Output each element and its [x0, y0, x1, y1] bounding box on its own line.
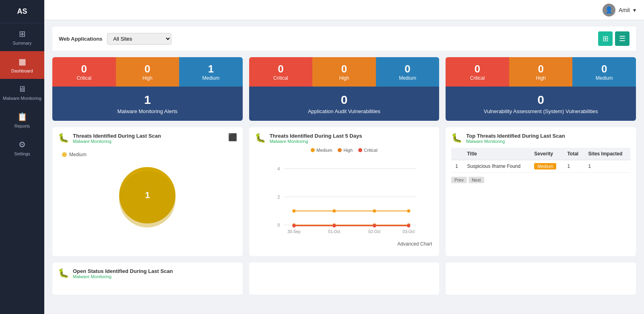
legend-dot-medium [62, 152, 67, 157]
summary-icon: ⊞ [19, 29, 26, 39]
export-icon-1[interactable]: ⬛ [228, 133, 237, 142]
chart4-title: Open Status Identified During Last Scan [73, 268, 237, 274]
filter-bar: Web Applications All Sites ⊞ ☰ [52, 27, 636, 51]
table-row: 1 Suspicious Iframe Found Medium 1 1 [451, 160, 630, 173]
svg-point-30 [332, 224, 336, 227]
svg-text:01-Oct: 01-Oct [328, 229, 340, 234]
malware-total-label: Malware Monitoring Alerts [56, 108, 239, 114]
pie-chart: 1 [115, 163, 180, 227]
monitor-icon: 🖥 [18, 85, 26, 94]
malware-critical-card: 0 Critical [52, 57, 116, 87]
sidebar-item-label-summary: Summary [12, 41, 31, 45]
col-title: Title [463, 148, 530, 160]
chart1-title: Threats Identified During Last Scan [73, 133, 224, 139]
sidebar-item-malware-monitoring[interactable]: 🖥 Malware Monitoring [0, 79, 44, 106]
malware-stat-cards: 0 Critical 0 High 1 Medium [52, 57, 243, 87]
chart1-header: 🐛 Threats Identified During Last Scan Ma… [58, 133, 237, 144]
chart3-title: Top Threats Identified During Last Scan [466, 133, 630, 139]
sidebar: AS ⊞ Summary ▦ Dashboard 🖥 Malware Monit… [0, 0, 44, 314]
chart3-subtitle: Malware Monitoring [466, 139, 630, 144]
bug-icon-3: 🐛 [451, 133, 462, 143]
app-high-card: 0 High [312, 57, 376, 87]
username-label: Amit [619, 7, 630, 13]
col-severity: Severity [530, 148, 563, 160]
topbar: 👤 Amit ▾ [44, 0, 644, 20]
pie-value: 1 [145, 190, 150, 200]
chart2-title-block: Threats Identified During Last 5 Days Ma… [270, 133, 434, 144]
legend-critical: Critical [358, 148, 378, 153]
chart2-title: Threats Identified During Last 5 Days [270, 133, 434, 139]
advanced-chart-link[interactable]: Advanced Chart [256, 241, 432, 247]
pie-legend: Medium [58, 152, 87, 157]
vuln-medium-card: 0 Medium [572, 57, 636, 87]
app-critical-value: 0 [253, 63, 309, 75]
malware-medium-card: 1 Medium [179, 57, 243, 87]
app-total-value: 0 [253, 93, 436, 107]
line-chart-area: Medium High Critical [255, 148, 434, 247]
app-critical-card: 0 Critical [249, 57, 313, 87]
svg-point-18 [407, 209, 410, 213]
vuln-critical-label: Critical [450, 75, 505, 81]
prev-button[interactable]: Prev [451, 177, 467, 183]
svg-text:2: 2 [277, 194, 280, 199]
stat-group-app-audit: 0 Critical 0 High 0 Medium 0 Application… [249, 57, 440, 121]
vuln-summary: 0 Vulnerability Assessment (System) Vuln… [446, 87, 636, 121]
legend-high-label: High [343, 148, 353, 153]
legend-dot-high-line [338, 148, 342, 152]
charts-row: 🐛 Threats Identified During Last Scan Ma… [52, 127, 636, 256]
chart-placeholder-3 [446, 262, 636, 295]
stat-group-malware: 0 Critical 0 High 1 Medium 1 Malware Mon… [52, 57, 243, 121]
grid-view-icon[interactable]: ⊞ [598, 31, 613, 46]
line-legend: Medium High Critical [256, 148, 432, 153]
line-chart-svg: 4 2 0 30-Sep 01-Oct 02-Oct 03-Oct [256, 157, 432, 237]
vuln-total-value: 0 [450, 93, 632, 107]
sidebar-item-label-reports: Reports [14, 124, 30, 128]
sidebar-item-reports[interactable]: 📋 Reports [0, 106, 44, 134]
legend-dot-medium-line [311, 148, 315, 152]
bug-icon-2: 🐛 [255, 133, 266, 143]
svg-point-29 [292, 224, 295, 227]
app-medium-value: 0 [380, 63, 436, 75]
col-num [451, 148, 463, 160]
svg-point-31 [373, 224, 376, 227]
chart1-title-block: Threats Identified During Last Scan Malw… [73, 133, 224, 144]
sidebar-item-settings[interactable]: ⚙ Settings [0, 134, 44, 162]
content-area: Web Applications All Sites ⊞ ☰ 0 Critica… [44, 20, 644, 314]
app-medium-label: Medium [380, 75, 436, 81]
list-view-icon[interactable]: ☰ [615, 31, 630, 46]
malware-high-card: 0 High [116, 57, 180, 87]
sidebar-item-summary[interactable]: ⊞ Summary [0, 23, 44, 51]
malware-medium-label: Medium [183, 75, 239, 81]
svg-text:02-Oct: 02-Oct [368, 229, 380, 234]
chart4-title-block: Open Status Identified During Last Scan … [73, 268, 237, 279]
vuln-critical-card: 0 Critical [446, 57, 509, 87]
chart-last-scan: 🐛 Threats Identified During Last Scan Ma… [52, 127, 243, 256]
svg-point-17 [373, 209, 376, 213]
legend-high: High [338, 148, 353, 153]
vuln-stat-cards: 0 Critical 0 High 0 Medium [446, 57, 636, 87]
filter-label: Web Applications [59, 36, 102, 42]
legend-medium: Medium [311, 148, 332, 153]
threats-table-head: Title Severity Total Sites Impacted [451, 148, 630, 160]
site-filter-select[interactable]: All Sites [107, 33, 171, 45]
bug-icon-1: 🐛 [58, 133, 69, 143]
table-nav: Prev Next [451, 177, 630, 183]
row-num: 1 [451, 160, 463, 173]
reports-icon: 📋 [17, 112, 27, 122]
bottom-row: 🐛 Open Status Identified During Last Sca… [52, 262, 636, 295]
svg-point-32 [407, 224, 410, 227]
vuln-medium-label: Medium [576, 75, 632, 81]
user-dropdown-icon[interactable]: ▾ [633, 7, 636, 13]
malware-summary: 1 Malware Monitoring Alerts [52, 87, 243, 121]
chart2-header: 🐛 Threats Identified During Last 5 Days … [255, 133, 434, 144]
malware-medium-value: 1 [183, 63, 239, 75]
sidebar-logo: AS [0, 0, 44, 23]
topbar-user: 👤 Amit ▾ [603, 4, 636, 17]
vuln-total-label: Vulnerability Assessment (System) Vulner… [450, 108, 632, 114]
app-high-label: High [316, 75, 372, 81]
app-high-value: 0 [316, 63, 372, 75]
row-sites: 1 [584, 160, 630, 173]
dashboard-icon: ▦ [19, 57, 26, 66]
next-button[interactable]: Next [469, 177, 484, 183]
sidebar-item-dashboard[interactable]: ▦ Dashboard [0, 51, 44, 79]
